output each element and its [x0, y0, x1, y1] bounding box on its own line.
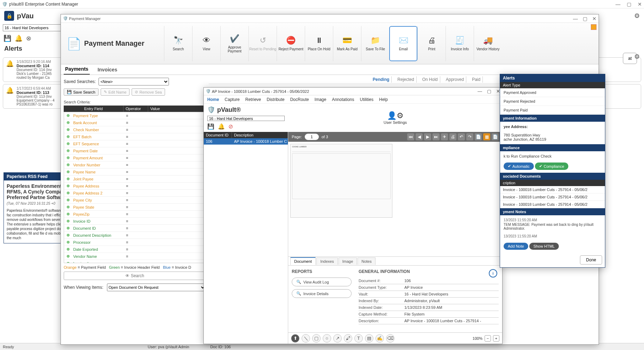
criteria-row[interactable]: ⊕Invoice #=	[64, 260, 206, 263]
stamp-icon[interactable]: ▤	[365, 334, 373, 343]
erase-icon[interactable]: ⌫	[386, 334, 394, 343]
save-icon[interactable]: 💾	[207, 123, 214, 130]
add-icon[interactable]: ⊕	[64, 141, 72, 146]
close-icon[interactable]: ✕	[638, 1, 642, 7]
criteria-row[interactable]: ⊕Check Number=	[64, 126, 206, 133]
filter-paid[interactable]: Paid	[470, 76, 483, 83]
menu-capture[interactable]: Capture	[225, 97, 240, 102]
prev-page-icon[interactable]: ◀	[416, 133, 423, 140]
arrow-icon[interactable]: ↗	[333, 334, 342, 343]
menu-home[interactable]: Home	[207, 97, 219, 102]
criteria-row[interactable]: ⊕Payment Date=	[64, 147, 206, 154]
add-icon[interactable]: ⊕	[64, 184, 72, 188]
criteria-row[interactable]: ⊕Document ID=	[64, 225, 206, 232]
minimize-icon[interactable]: —	[478, 89, 482, 94]
sign-icon[interactable]: ✍	[375, 334, 384, 343]
menu-image[interactable]: Image	[315, 97, 326, 102]
compliance-button[interactable]: ✔ Compliance	[535, 163, 568, 170]
add-icon[interactable]: ⊕	[64, 198, 72, 202]
minimize-icon[interactable]: —	[573, 16, 578, 21]
search-button[interactable]: 🔭Search	[164, 26, 192, 61]
add-icon[interactable]: ⊕	[64, 219, 72, 223]
add-icon[interactable]: ⊕	[64, 170, 72, 174]
doc-item[interactable]: Invoice - 100018 Lumber Cuts - 257914 - …	[500, 201, 605, 208]
add-icon[interactable]: ⊕	[64, 113, 72, 118]
add-icon[interactable]: ⊕	[64, 233, 72, 237]
add-icon[interactable]: ⊕	[64, 120, 72, 125]
add-icon[interactable]: ⊕	[64, 148, 72, 153]
associated-docs-list[interactable]: Invoice - 100018 Lumber Cuts - 257914 - …	[500, 186, 605, 208]
show-html-button[interactable]: Show HTML	[529, 243, 559, 250]
remove-search-button[interactable]: ⊘ Remove Sea	[132, 88, 165, 96]
maximize-icon[interactable]: ▢	[487, 89, 491, 94]
tab-invoices[interactable]: Invoices	[96, 65, 119, 75]
criteria-row[interactable]: ⊕Date Exported=	[64, 246, 206, 253]
done-button[interactable]: Done	[580, 255, 602, 265]
add-icon[interactable]: ⊕	[64, 261, 72, 263]
gear-icon[interactable]: ⚙	[634, 12, 640, 20]
approve-payment-button[interactable]: ✔️Approve Payment	[220, 26, 248, 61]
automatic-button[interactable]: ✔ Automatic	[504, 163, 534, 170]
tab-payments[interactable]: Payments	[64, 64, 90, 75]
filter-approved[interactable]: Approved	[444, 76, 466, 83]
save-search-button[interactable]: 💾 Save Search	[64, 88, 99, 96]
close-circle-icon[interactable]: ⊗	[26, 34, 31, 42]
filter-rejected[interactable]: Rejected	[395, 76, 416, 83]
user-settings-icon[interactable]: 👤⚙	[387, 111, 404, 120]
save-icon[interactable]: 💾	[4, 34, 11, 42]
gear-icon[interactable]: ⚙	[634, 53, 640, 61]
place-on-hold-button[interactable]: ⏸Place On Hold	[305, 26, 333, 61]
add-icon[interactable]: ⊕	[64, 127, 72, 132]
last-page-icon[interactable]: ⏭	[433, 133, 440, 140]
criteria-row[interactable]: ⊕Document Description=	[64, 232, 206, 239]
fit-icon[interactable]: ▦	[483, 133, 490, 140]
text-icon[interactable]: T	[354, 334, 363, 343]
add-icon[interactable]: ⊕	[64, 134, 72, 139]
menu-docroute[interactable]: DocRoute	[290, 97, 309, 102]
tab-image[interactable]: Image	[339, 257, 357, 265]
criteria-row[interactable]: ⊕Vendor Number=	[64, 161, 206, 168]
criteria-row[interactable]: ⊕Payee Address 2=	[64, 190, 206, 197]
save-to-file-button[interactable]: 📁Save To File	[361, 26, 389, 61]
add-icon[interactable]: ⊕	[64, 205, 72, 209]
close-circle-icon[interactable]: ⊘	[228, 123, 233, 130]
zoom-out-icon[interactable]: −	[485, 335, 491, 342]
next-page-icon[interactable]: ▶	[424, 133, 431, 140]
add-icon[interactable]: ⊕	[64, 155, 72, 160]
add-icon[interactable]: ⊕	[64, 163, 72, 167]
zoom-in-icon[interactable]: +	[493, 335, 499, 342]
criteria-row[interactable]: ⊕Payee City=	[64, 197, 206, 204]
criteria-row[interactable]: ⊕EFT Sequence=	[64, 140, 206, 147]
print-button[interactable]: 🖨Print	[417, 26, 446, 61]
first-page-icon[interactable]: ⏮	[407, 133, 414, 140]
menu-help[interactable]: Help	[379, 97, 388, 102]
add-note-button[interactable]: Add Note	[504, 243, 528, 250]
maximize-icon[interactable]: ▢	[583, 16, 587, 21]
document-preview[interactable]: COOKE LUMBER	[288, 142, 502, 256]
saved-searches-select[interactable]: <New>	[99, 78, 169, 85]
alert-type-item[interactable]: Payment Rejected	[500, 97, 605, 106]
criteria-row[interactable]: ⊕Payee State=	[64, 204, 206, 211]
vault-input[interactable]	[207, 116, 285, 121]
add-icon[interactable]: ⊕	[64, 247, 72, 252]
mark-as-paid-button[interactable]: 💳Mark As Paid	[333, 26, 361, 61]
vendor-history-button[interactable]: 🚚Vendor History	[474, 26, 502, 61]
add-icon[interactable]: ⊕	[64, 212, 72, 216]
view-audit-log-button[interactable]: 🔍 View Audit Log	[292, 278, 352, 286]
add-icon[interactable]: ⊕	[64, 240, 72, 244]
criteria-row[interactable]: ⊕EFT Batch=	[64, 133, 206, 140]
tab-indexes[interactable]: Indexes	[316, 257, 338, 265]
criteria-row[interactable]: ⊕Payee Address=	[64, 183, 206, 190]
reset-pending-button[interactable]: ↺Reset to Pending	[248, 26, 277, 61]
edit-name-button[interactable]: ✎ Edit Name	[101, 88, 130, 96]
bell-icon[interactable]: 🔔	[218, 123, 225, 130]
maximize-icon[interactable]: ▢	[627, 1, 631, 7]
email-button[interactable]: ✉️Email	[389, 26, 417, 61]
criteria-row[interactable]: ⊕Invoice ID=	[64, 218, 206, 225]
reject-payment-button[interactable]: ⛔Reject Payment	[277, 26, 305, 61]
criteria-row[interactable]: ⊕Payee Name=	[64, 168, 206, 176]
circle-icon[interactable]: ○	[323, 334, 331, 343]
alert-badge-icon[interactable]	[591, 24, 596, 30]
print-icon[interactable]: 🖨	[449, 133, 456, 140]
line-icon[interactable]: ＼	[302, 334, 310, 343]
